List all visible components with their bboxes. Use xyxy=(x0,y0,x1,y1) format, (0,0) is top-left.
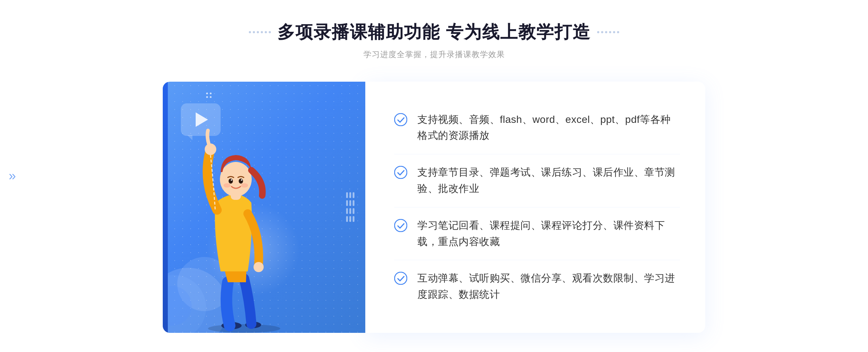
dot-r1 xyxy=(597,31,599,33)
feature-item-4: 互动弹幕、试听购买、微信分享、观看次数限制、学习进度跟踪、数据统计 xyxy=(394,260,680,313)
svg-point-12 xyxy=(241,183,248,188)
svg-point-4 xyxy=(254,262,264,272)
page-title: 多项录播课辅助功能 专为线上教学打造 xyxy=(277,22,590,43)
features-panel: 支持视频、音频、flash、word、excel、ppt、pdf等各种格式的资源… xyxy=(365,82,705,333)
feature-text-3: 学习笔记回看、课程提问、课程评论打分、课件资料下载，重点内容收藏 xyxy=(417,218,680,250)
svg-point-15 xyxy=(395,219,407,232)
stripe-row-4 xyxy=(346,216,354,222)
illustration-panel xyxy=(163,82,365,333)
feature-item-1: 支持视频、音频、flash、word、excel、ppt、pdf等各种格式的资源… xyxy=(394,102,680,155)
dot-r6 xyxy=(617,31,619,33)
sparkle-row-1 xyxy=(206,93,212,94)
stripe-row-3 xyxy=(346,208,354,214)
page-subtitle: 学习进度全掌握，提升录播课教学效果 xyxy=(363,49,505,60)
svg-point-16 xyxy=(395,272,407,284)
page-wrapper: » 多项录播课辅助功能 专为线上教学打造 学习进度全掌握，提升录播课 xyxy=(0,0,868,352)
header-section: 多项录播课辅助功能 专为线上教学打造 学习进度全掌握，提升录播课教学效果 xyxy=(0,22,868,60)
check-icon-3 xyxy=(394,219,407,232)
dot-r4 xyxy=(609,31,611,33)
left-chevron-icon[interactable]: » xyxy=(9,168,16,183)
person-illustration xyxy=(181,109,307,333)
dot-r3 xyxy=(605,31,607,33)
svg-point-8 xyxy=(239,179,243,184)
feature-text-4: 互动弹幕、试听购买、微信分享、观看次数限制、学习进度跟踪、数据统计 xyxy=(417,270,680,303)
dot-1 xyxy=(249,31,251,33)
check-icon-4 xyxy=(394,272,407,285)
dot-r5 xyxy=(613,31,615,33)
title-dots-left xyxy=(249,31,271,33)
dot-6 xyxy=(269,31,271,33)
svg-point-6 xyxy=(220,162,252,197)
svg-point-14 xyxy=(395,166,407,179)
svg-point-7 xyxy=(229,179,233,184)
dot-2 xyxy=(253,31,255,33)
dot-4 xyxy=(261,31,263,33)
svg-point-0 xyxy=(208,324,280,333)
check-icon-2 xyxy=(394,166,407,179)
content-area: 支持视频、音频、flash、word、excel、ppt、pdf等各种格式的资源… xyxy=(163,82,705,333)
stripe-row-1 xyxy=(346,192,354,198)
left-chevron-nav[interactable]: » xyxy=(9,168,16,184)
check-icon-1 xyxy=(394,113,407,126)
dot-3 xyxy=(257,31,259,33)
feature-item-3: 学习笔记回看、课程提问、课程评论打分、课件资料下载，重点内容收藏 xyxy=(394,207,680,261)
feature-text-1: 支持视频、音频、flash、word、excel、ppt、pdf等各种格式的资源… xyxy=(417,112,680,144)
svg-point-11 xyxy=(224,183,231,188)
accent-bar xyxy=(163,82,168,333)
svg-point-13 xyxy=(395,113,407,126)
dot-r2 xyxy=(601,31,603,33)
feature-text-2: 支持章节目录、弹题考试、课后练习、课后作业、章节测验、批改作业 xyxy=(417,164,680,197)
title-row: 多项录播课辅助功能 专为线上教学打造 xyxy=(249,22,619,43)
dot-5 xyxy=(265,31,267,33)
stripe-row-2 xyxy=(346,200,354,206)
svg-point-10 xyxy=(241,179,242,181)
sparkle-decoration xyxy=(206,93,212,98)
stripes-decoration xyxy=(346,192,354,222)
svg-point-9 xyxy=(231,179,232,181)
title-dots-right xyxy=(597,31,619,33)
sparkle-row-2 xyxy=(206,96,212,98)
feature-item-2: 支持章节目录、弹题考试、课后练习、课后作业、章节测验、批改作业 xyxy=(394,154,680,207)
